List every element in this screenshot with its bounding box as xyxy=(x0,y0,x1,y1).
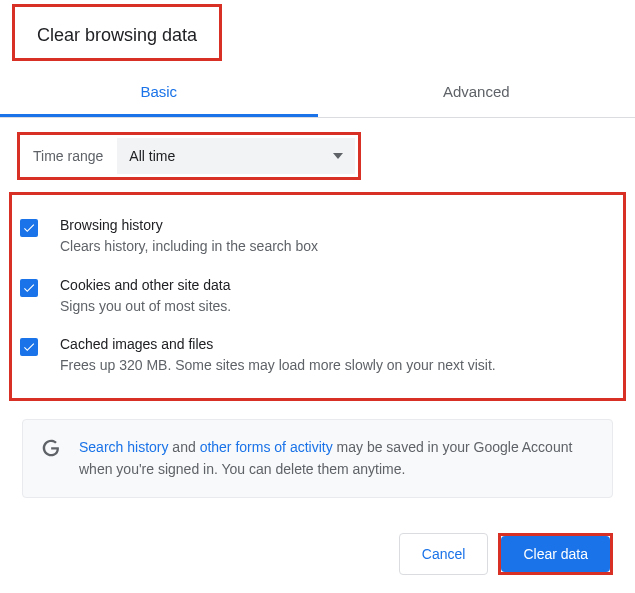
cancel-button[interactable]: Cancel xyxy=(399,533,489,575)
option-desc: Signs you out of most sites. xyxy=(60,297,615,317)
time-range-value: All time xyxy=(129,148,175,164)
option-browsing-history: Browsing history Clears history, includi… xyxy=(20,207,615,267)
time-range-row: Time range All time xyxy=(17,132,361,180)
clear-button-highlight: Clear data xyxy=(498,533,613,575)
info-text: Search history and other forms of activi… xyxy=(79,436,594,481)
dialog-title: Clear browsing data xyxy=(12,4,222,61)
tab-basic[interactable]: Basic xyxy=(0,69,318,117)
checkbox-browsing-history[interactable] xyxy=(20,219,38,237)
google-icon xyxy=(41,438,61,458)
options-box: Browsing history Clears history, includi… xyxy=(9,192,626,401)
option-desc: Frees up 320 MB. Some sites may load mor… xyxy=(60,356,615,376)
tab-advanced[interactable]: Advanced xyxy=(318,69,636,117)
option-text: Browsing history Clears history, includi… xyxy=(60,217,615,257)
dialog-buttons: Cancel Clear data xyxy=(399,533,613,575)
option-cookies: Cookies and other site data Signs you ou… xyxy=(20,267,615,327)
check-icon xyxy=(22,281,36,295)
option-text: Cookies and other site data Signs you ou… xyxy=(60,277,615,317)
option-title: Browsing history xyxy=(60,217,615,233)
time-range-label: Time range xyxy=(23,138,117,174)
info-box: Search history and other forms of activi… xyxy=(22,419,613,498)
tabs: Basic Advanced xyxy=(0,69,635,118)
checkbox-cookies[interactable] xyxy=(20,279,38,297)
option-title: Cached images and files xyxy=(60,336,615,352)
option-desc: Clears history, including in the search … xyxy=(60,237,615,257)
check-icon xyxy=(22,340,36,354)
link-search-history[interactable]: Search history xyxy=(79,439,168,455)
clear-data-button[interactable]: Clear data xyxy=(501,536,610,572)
option-cached: Cached images and files Frees up 320 MB.… xyxy=(20,326,615,386)
time-range-select[interactable]: All time xyxy=(117,138,355,174)
info-mid1: and xyxy=(168,439,199,455)
link-other-activity[interactable]: other forms of activity xyxy=(200,439,333,455)
chevron-down-icon xyxy=(333,153,343,159)
check-icon xyxy=(22,221,36,235)
option-title: Cookies and other site data xyxy=(60,277,615,293)
option-text: Cached images and files Frees up 320 MB.… xyxy=(60,336,615,376)
checkbox-cached[interactable] xyxy=(20,338,38,356)
